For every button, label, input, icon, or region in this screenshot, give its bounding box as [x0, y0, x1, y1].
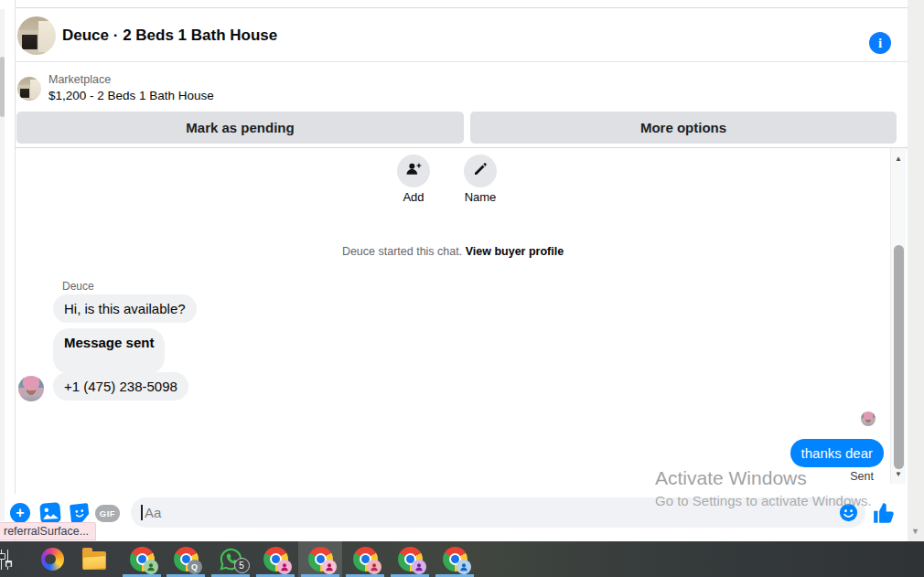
taskbar-app-chrome-profile-purple[interactable] — [388, 541, 432, 577]
thumbs-up-icon[interactable] — [872, 501, 896, 525]
unread-count-badge: 5 — [234, 558, 250, 573]
person-icon — [458, 561, 469, 572]
photo-icon[interactable] — [38, 501, 62, 525]
composer-bar: + GIF Aa — [5, 494, 908, 532]
sidebar-scrollbar-track[interactable] — [0, 9, 5, 521]
pencil-icon — [472, 161, 489, 181]
person-add-icon — [404, 160, 423, 182]
sent-status: Sent — [850, 470, 874, 483]
taskbar-app-chrome-profile-red[interactable] — [343, 541, 387, 577]
marketplace-label: Marketplace — [48, 73, 111, 86]
listing-title: $1,200 - 2 Beds 1 Bath House — [48, 89, 214, 102]
taskbar-app-chrome-profile-q[interactable]: Q — [164, 541, 208, 577]
chrome-icon — [130, 547, 155, 572]
screen: Deuce · 2 Beds 1 Bath House i Marketplac… — [0, 0, 924, 577]
message-bubble: +1 (475) 238-5098 — [53, 372, 188, 401]
info-icon[interactable]: i — [869, 32, 891, 54]
input-placeholder: Aa — [145, 497, 161, 528]
page-scroll-down-icon[interactable]: ▼ — [911, 527, 919, 536]
name-label: Name — [453, 190, 508, 204]
mark-as-pending-button[interactable]: Mark as pending — [16, 112, 464, 144]
taskbar-app-hidden-left[interactable] — [0, 541, 14, 577]
scroll-up-arrow[interactable]: ▲ — [891, 155, 906, 163]
chat-scrollbar-thumb[interactable] — [894, 245, 904, 469]
emoji-icon[interactable] — [839, 503, 858, 522]
seen-avatar — [861, 411, 876, 426]
status-tooltip: referralSurface... — [0, 522, 96, 540]
more-options-button[interactable]: More options — [470, 112, 897, 144]
chat-body: Add Name Deuce started this chat. View b… — [16, 148, 890, 494]
taskbar-app-whatsapp[interactable]: 5 — [209, 541, 252, 577]
person-icon — [279, 561, 290, 572]
taskbar-app-file-explorer[interactable] — [72, 541, 116, 577]
taskbar-app-chrome-profile-pink[interactable] — [298, 541, 342, 577]
profile-badge — [412, 560, 426, 574]
sidebar-sliver — [0, 0, 16, 541]
profile-badge — [322, 560, 337, 574]
taskbar: Q 5 15°C Smoke 6:59 AM 2/1/2025 — [0, 541, 924, 577]
add-member-button[interactable] — [397, 155, 430, 187]
copilot-icon — [41, 548, 64, 571]
chrome-icon — [308, 547, 333, 572]
listing-thumbnail[interactable] — [17, 77, 41, 101]
buyer-avatar[interactable] — [18, 376, 44, 401]
person-icon — [324, 561, 335, 572]
chrome-icon — [263, 547, 288, 572]
chat-header: Deuce · 2 Beds 1 Bath House i — [16, 8, 908, 62]
listing-avatar[interactable] — [17, 16, 56, 55]
message-input[interactable]: Aa — [131, 497, 865, 528]
taskbar-app-chrome-profile-green[interactable] — [120, 541, 164, 577]
person-icon — [145, 561, 156, 572]
message-bubble: Hi, is this available? — [53, 294, 197, 323]
taskbar-app-chrome-profile-magenta[interactable] — [253, 541, 297, 577]
profile-badge — [367, 560, 381, 574]
file-explorer-icon — [82, 551, 106, 570]
sender-name-label: Deuce — [62, 280, 94, 293]
intro-text: Deuce started this chat. — [342, 245, 466, 258]
taskbar-app-copilot[interactable] — [30, 541, 74, 577]
chrome-icon — [353, 547, 378, 572]
scroll-down-arrow[interactable]: ▼ — [891, 470, 906, 478]
message-bubble-outgoing: thanks dear — [790, 439, 884, 467]
chrome-icon — [443, 547, 467, 572]
page-right-gutter: ▼ — [908, 0, 924, 541]
profile-badge: Q — [188, 560, 202, 574]
plus-icon[interactable]: + — [10, 503, 30, 523]
text-caret — [141, 505, 143, 520]
chrome-icon — [398, 547, 423, 572]
marketplace-banner: Marketplace $1,200 - 2 Beds 1 Bath House… — [16, 62, 908, 148]
whatsapp-icon: 5 — [219, 547, 243, 572]
chat-intro-line: Deuce started this chat. View buyer prof… — [16, 245, 890, 258]
taskbar-app-chrome-profile-blue[interactable] — [433, 541, 477, 577]
window-top-strip — [16, 0, 908, 8]
profile-badge — [457, 560, 471, 574]
person-icon — [369, 561, 380, 572]
chat-title: Deuce · 2 Beds 1 Bath House — [62, 8, 277, 62]
chrome-icon: Q — [174, 547, 199, 572]
profile-badge — [277, 560, 292, 574]
add-label: Add — [386, 190, 441, 204]
view-buyer-profile-link[interactable]: View buyer profile — [466, 245, 564, 258]
sidebar-scrollbar-thumb[interactable] — [0, 57, 5, 117]
edit-name-button[interactable] — [464, 155, 497, 187]
gif-icon[interactable]: GIF — [95, 505, 120, 522]
profile-badge — [144, 560, 158, 574]
message-bubble: Message sent — [53, 328, 165, 374]
chat-scrollbar[interactable]: ▲ ▼ — [890, 148, 906, 484]
person-icon — [414, 561, 424, 572]
clipped-tray-icon — [0, 550, 9, 570]
